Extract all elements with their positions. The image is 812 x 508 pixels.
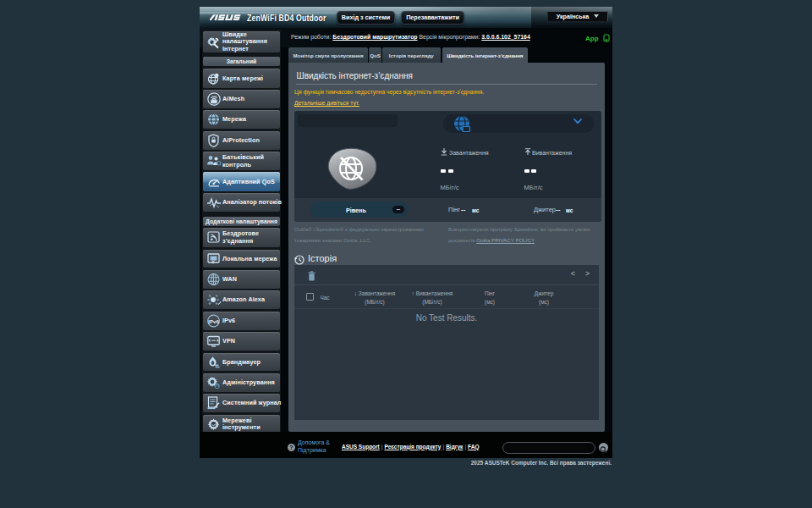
svg-text:IPv6: IPv6	[208, 318, 219, 323]
